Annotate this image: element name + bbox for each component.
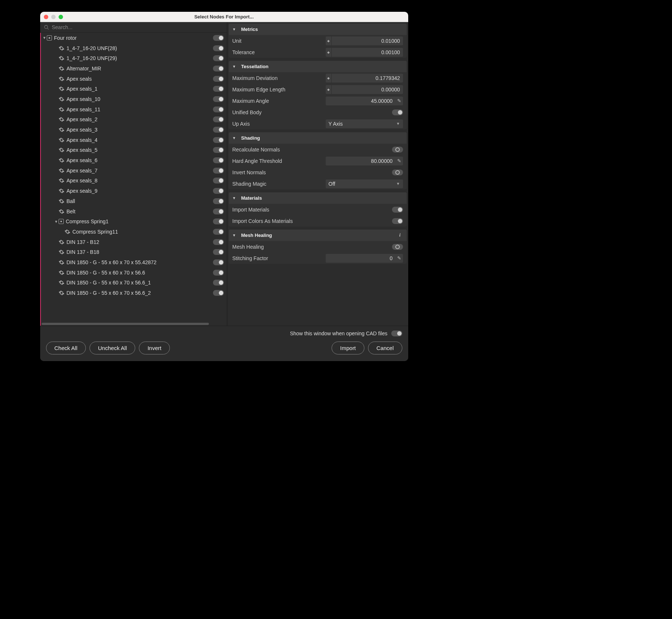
pencil-icon[interactable]: ✎: [396, 255, 403, 261]
close-window-button[interactable]: [44, 15, 48, 19]
tree-row[interactable]: DIN 1850 - G - 55 x 60 x 70 x 56.6_2: [41, 288, 227, 298]
node-toggle[interactable]: [213, 178, 224, 183]
tree-row[interactable]: DIN 137 - B18: [41, 247, 227, 257]
node-toggle[interactable]: [213, 106, 224, 112]
node-toggle[interactable]: [213, 270, 224, 276]
node-toggle[interactable]: [213, 35, 224, 41]
node-toggle[interactable]: [213, 116, 224, 122]
node-toggle[interactable]: [213, 290, 224, 296]
tree-row[interactable]: DIN 1850 - G - 55 x 60 x 70 x 56.6_1: [41, 278, 227, 288]
node-toggle[interactable]: [213, 198, 224, 204]
node-toggle[interactable]: [213, 239, 224, 245]
check-all-button[interactable]: Check All: [46, 342, 86, 354]
tree-row[interactable]: Ball: [41, 196, 227, 206]
tree-row[interactable]: Apex seals_5: [41, 145, 227, 155]
stepper-icon[interactable]: ◆: [326, 85, 332, 94]
shading-magic-select[interactable]: Off ▼: [326, 179, 403, 188]
tree-row[interactable]: 1_4-7_16-20 UNF(28): [41, 43, 227, 53]
max-angle-field[interactable]: 45.00000 ✎: [326, 97, 403, 105]
info-icon[interactable]: i: [397, 232, 403, 238]
tolerance-field[interactable]: ◆ 0.00100: [326, 48, 403, 57]
section-header[interactable]: ▼ Tessellation: [229, 61, 407, 72]
node-toggle[interactable]: [213, 127, 224, 133]
node-toggle[interactable]: [213, 55, 224, 61]
node-toggle[interactable]: [213, 280, 224, 286]
up-axis-select[interactable]: Y Axis ▼: [326, 119, 403, 128]
tree-row[interactable]: Apex seals_8: [41, 176, 227, 186]
chevron-down-icon[interactable]: ▼: [42, 36, 47, 40]
unified-body-toggle[interactable]: [392, 109, 403, 115]
tree-row[interactable]: Apex seals_4: [41, 135, 227, 145]
zoom-window-button[interactable]: [59, 15, 63, 19]
node-tree[interactable]: ▼ Four rotor 1_4-7_16-20 UNF(28)1_4-7_16…: [40, 33, 227, 326]
tree-row[interactable]: Alternator_MIR: [41, 63, 227, 74]
show-window-toggle[interactable]: [391, 331, 402, 336]
section-header[interactable]: ▼ Shading: [229, 132, 407, 144]
node-toggle[interactable]: [213, 168, 224, 174]
search-input[interactable]: [52, 24, 223, 30]
node-toggle[interactable]: [213, 188, 224, 194]
node-toggle[interactable]: [213, 45, 224, 51]
node-toggle[interactable]: [213, 249, 224, 255]
max-edge-field[interactable]: ◆ 0.00000: [326, 85, 403, 94]
node-label: Apex seals_2: [67, 116, 98, 122]
tree-row[interactable]: Apex seals: [41, 74, 227, 84]
node-toggle[interactable]: [213, 157, 224, 163]
stitching-factor-field[interactable]: 0 ✎: [326, 254, 403, 263]
hard-angle-field[interactable]: 80.00000 ✎: [326, 157, 403, 165]
invert-normals-toggle[interactable]: [392, 169, 403, 175]
mesh-healing-toggle[interactable]: [392, 244, 403, 250]
tree-row[interactable]: Belt: [41, 206, 227, 217]
gear-icon: [59, 137, 64, 143]
node-toggle[interactable]: [213, 218, 224, 224]
tree-row[interactable]: DIN 137 - B12: [41, 237, 227, 247]
tree-row[interactable]: Apex seals_3: [41, 125, 227, 135]
import-materials-toggle[interactable]: [392, 207, 403, 213]
node-toggle[interactable]: [213, 259, 224, 265]
tree-row[interactable]: Apex seals_9: [41, 186, 227, 196]
invert-button[interactable]: Invert: [139, 342, 170, 354]
tree-row[interactable]: DIN 1850 - G - 55 x 60 x 70 x 55.42872: [41, 257, 227, 267]
tree-group-row[interactable]: ▼ Four rotor: [41, 33, 227, 43]
group-checkbox[interactable]: [47, 35, 52, 41]
section-header[interactable]: ▼ Materials: [229, 192, 407, 204]
node-toggle[interactable]: [213, 209, 224, 214]
tree-row[interactable]: Apex seals_7: [41, 165, 227, 176]
tree-row[interactable]: DIN 1850 - G - 55 x 60 x 70 x 56.6: [41, 267, 227, 278]
chevron-down-icon[interactable]: ▼: [54, 220, 59, 224]
node-toggle[interactable]: [213, 66, 224, 71]
section-header[interactable]: ▼ Mesh Healing i: [229, 230, 407, 241]
unit-field[interactable]: ◆ 0.01000: [326, 36, 403, 45]
tree-group-row[interactable]: ▼Compress Spring1: [41, 216, 227, 227]
section-header[interactable]: ▼ Metrics: [229, 24, 407, 35]
gear-icon: [59, 76, 64, 82]
max-deviation-field[interactable]: ◆ 0.1779342: [326, 74, 403, 83]
tree-row[interactable]: 1_4-7_16-20 UNF(29): [41, 53, 227, 63]
import-colors-toggle[interactable]: [392, 218, 403, 224]
stepper-icon[interactable]: ◆: [326, 48, 332, 57]
tree-row[interactable]: Apex seals_11: [41, 104, 227, 115]
cancel-button[interactable]: Cancel: [368, 342, 402, 354]
group-checkbox[interactable]: [59, 219, 64, 224]
node-toggle[interactable]: [213, 76, 224, 82]
horizontal-scrollbar[interactable]: [42, 323, 209, 325]
tree-row[interactable]: Apex seals_1: [41, 84, 227, 94]
node-toggle[interactable]: [213, 86, 224, 92]
pencil-icon[interactable]: ✎: [396, 98, 403, 104]
stepper-icon[interactable]: ◆: [326, 36, 332, 45]
tree-row[interactable]: Apex seals_6: [41, 155, 227, 165]
stepper-icon[interactable]: ◆: [326, 74, 332, 83]
node-toggle[interactable]: [213, 96, 224, 102]
tree-row[interactable]: Apex seals_2: [41, 115, 227, 125]
tree-row[interactable]: Apex seals_10: [41, 94, 227, 104]
node-label: Apex seals: [67, 76, 92, 82]
node-toggle[interactable]: [213, 137, 224, 143]
svg-point-0: [44, 25, 48, 29]
import-button[interactable]: Import: [332, 342, 364, 354]
pencil-icon[interactable]: ✎: [396, 158, 403, 164]
tree-row[interactable]: Compress Spring11: [41, 227, 227, 237]
node-toggle[interactable]: [213, 229, 224, 235]
recalc-normals-toggle[interactable]: [392, 147, 403, 153]
uncheck-all-button[interactable]: Uncheck All: [90, 342, 135, 354]
node-toggle[interactable]: [213, 147, 224, 153]
